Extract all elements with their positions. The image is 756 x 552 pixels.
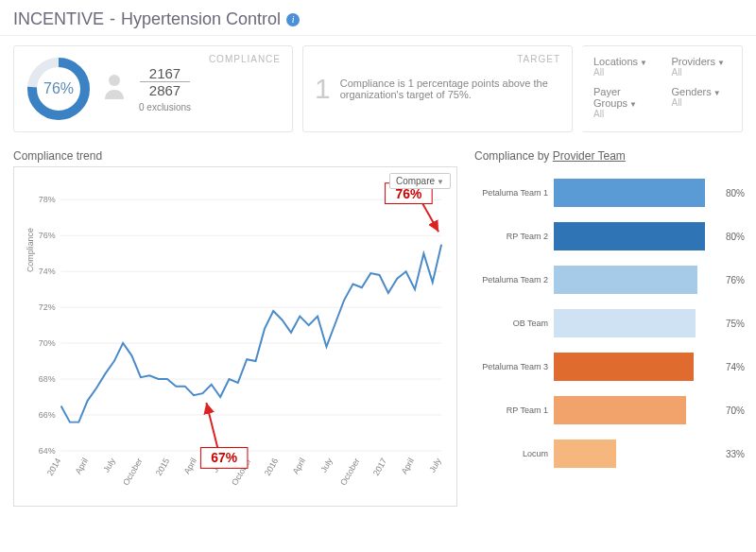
svg-text:2015: 2015 <box>154 457 172 477</box>
bar-row: RP Team 280% <box>474 217 743 255</box>
svg-text:October: October <box>338 457 362 487</box>
bar-row: Petaluma Team 374% <box>474 348 743 386</box>
bar-fill <box>554 266 697 294</box>
bar-value: 70% <box>722 405 745 416</box>
bar-fill <box>554 222 705 250</box>
bar-track: 80% <box>554 179 743 207</box>
bar-track: 33% <box>554 440 743 468</box>
bar-fill <box>554 396 686 424</box>
summary-cards: COMPLIANCE 76% 2167 2867 0 exclusions TA… <box>0 36 756 142</box>
bar-fill <box>554 309 696 337</box>
filter-genders[interactable]: Genders▼All <box>672 86 731 122</box>
chevron-down-icon: ▼ <box>640 59 647 67</box>
byteam-title: Compliance by Provider Team <box>474 142 743 166</box>
bar-label: Petaluma Team 3 <box>474 362 554 371</box>
svg-line-40 <box>422 204 438 233</box>
trend-chart: Compare▼ 64%66%68%70%72%74%76%78%Complia… <box>13 166 457 507</box>
bar-label: RP Team 2 <box>474 232 554 241</box>
chevron-down-icon: ▼ <box>713 89 721 97</box>
filters-card: Locations▼AllProviders▼AllPayer Groups▼A… <box>582 45 743 132</box>
bar-value: 33% <box>722 449 745 459</box>
title-bar: INCENTIVE - Hypertension Control i <box>0 0 756 36</box>
bar-track: 75% <box>554 309 743 337</box>
svg-text:April: April <box>399 457 416 475</box>
svg-text:67%: 67% <box>211 450 237 465</box>
title-prefix: INCENTIVE <box>13 9 104 29</box>
bar-value: 76% <box>722 275 745 285</box>
svg-text:66%: 66% <box>39 410 56 420</box>
bar-fill <box>554 440 616 468</box>
svg-text:April: April <box>291 457 308 475</box>
chevron-down-icon: ▼ <box>437 178 444 186</box>
bar-label: Petaluma Team 1 <box>474 188 554 198</box>
svg-text:76%: 76% <box>39 231 56 240</box>
trend-title: Compliance trend <box>13 142 457 166</box>
bar-label: Locum <box>474 449 554 458</box>
svg-text:July: July <box>318 456 335 474</box>
compliance-percent: 76% <box>26 56 92 122</box>
bar-row: Locum33% <box>474 435 743 473</box>
bar-row: Petaluma Team 180% <box>474 174 743 212</box>
bar-row: Petaluma Team 276% <box>474 261 743 299</box>
svg-text:70%: 70% <box>39 338 56 348</box>
svg-text:April: April <box>74 457 91 475</box>
info-icon[interactable]: i <box>286 13 300 26</box>
bar-value: 80% <box>722 188 745 198</box>
target-label: TARGET <box>517 54 560 64</box>
bar-fill <box>554 353 694 381</box>
byteam-title-prefix: Compliance by <box>474 149 553 163</box>
bar-track: 76% <box>554 266 743 294</box>
compare-button[interactable]: Compare▼ <box>389 173 451 189</box>
trend-panel: Compliance trend Compare▼ 64%66%68%70%72… <box>13 142 457 507</box>
trend-svg: 64%66%68%70%72%74%76%78%Compliance2014Ap… <box>20 173 451 504</box>
target-card: TARGET 1 Compliance is 1 percentage poin… <box>302 45 573 132</box>
svg-text:2017: 2017 <box>371 457 389 477</box>
svg-text:74%: 74% <box>39 267 56 276</box>
svg-text:2014: 2014 <box>45 457 63 477</box>
target-text: Compliance is 1 percentage points above … <box>340 78 560 100</box>
compliance-card: COMPLIANCE 76% 2167 2867 0 exclusions <box>13 45 293 132</box>
bar-row: OB Team75% <box>474 304 743 342</box>
byteam-bars: Petaluma Team 180%RP Team 280%Petaluma T… <box>474 166 743 505</box>
svg-text:April: April <box>182 457 199 475</box>
bar-row: RP Team 170% <box>474 391 743 429</box>
bar-track: 70% <box>554 396 743 424</box>
bar-label: OB Team <box>474 319 554 328</box>
bar-value: 75% <box>722 319 745 329</box>
byteam-panel: Compliance by Provider Team Petaluma Tea… <box>474 142 743 507</box>
compliance-fraction: 2167 2867 <box>139 65 191 98</box>
svg-text:64%: 64% <box>39 446 56 456</box>
svg-text:68%: 68% <box>39 374 56 384</box>
bar-fill <box>554 179 705 207</box>
compliance-donut: 76% <box>26 56 92 122</box>
compare-label: Compare <box>396 176 435 186</box>
bar-label: Petaluma Team 2 <box>474 275 554 285</box>
compliance-label: COMPLIANCE <box>209 54 281 64</box>
bar-value: 74% <box>722 362 745 372</box>
svg-line-37 <box>206 403 217 448</box>
provider-team-link[interactable]: Provider Team <box>553 149 626 163</box>
title-separator: - <box>110 9 115 29</box>
page-title: Hypertension Control <box>121 9 281 29</box>
person-icon <box>103 73 126 106</box>
bar-label: RP Team 1 <box>474 405 554 415</box>
chevron-down-icon: ▼ <box>629 100 637 109</box>
exclusions: 0 exclusions <box>139 102 191 112</box>
svg-text:October: October <box>121 457 145 487</box>
bar-track: 80% <box>554 222 743 250</box>
svg-text:2016: 2016 <box>263 457 281 477</box>
numerator: 2167 <box>140 65 190 82</box>
filter-payer-groups[interactable]: Payer Groups▼All <box>593 86 653 122</box>
svg-text:Compliance: Compliance <box>26 228 35 272</box>
chevron-down-icon: ▼ <box>717 59 725 67</box>
svg-text:72%: 72% <box>39 302 56 312</box>
denominator: 2867 <box>140 82 190 98</box>
target-delta: 1 <box>315 73 331 105</box>
svg-text:July: July <box>101 456 117 474</box>
svg-point-2 <box>109 75 120 86</box>
filter-locations[interactable]: Locations▼All <box>593 56 653 80</box>
bar-track: 74% <box>554 353 743 381</box>
filter-providers[interactable]: Providers▼All <box>672 56 731 80</box>
svg-text:July: July <box>427 456 443 474</box>
bar-value: 80% <box>722 232 745 242</box>
